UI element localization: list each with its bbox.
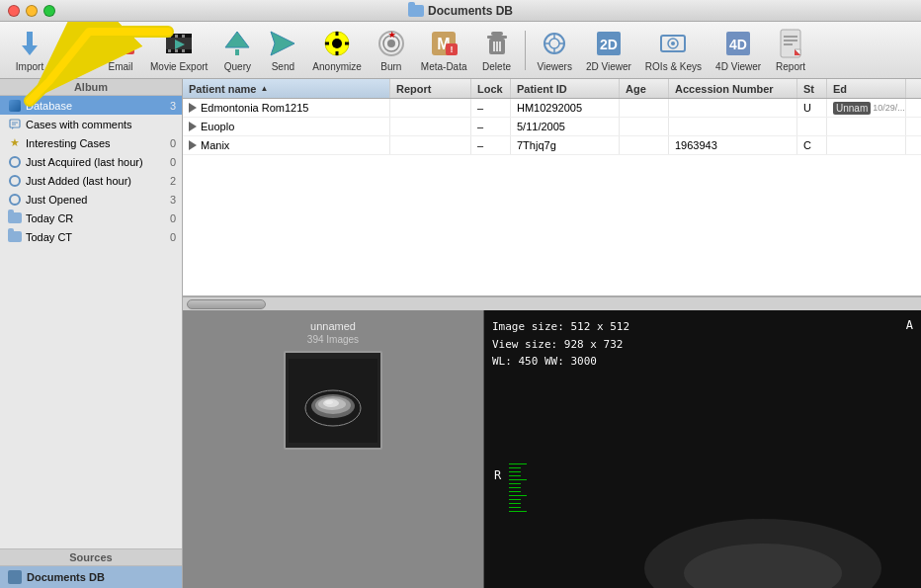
2d-viewer-button[interactable]: 2D 2D Viewer: [580, 24, 637, 76]
cell-patient-id-1: HM10292005: [511, 99, 620, 117]
sidebar-item-cases-with-comments[interactable]: Cases with comments: [0, 115, 182, 133]
album-icon: [59, 28, 91, 59]
col-header-edit[interactable]: Ed: [827, 79, 906, 98]
import-button[interactable]: Import: [8, 24, 51, 76]
svg-marker-20: [271, 32, 294, 55]
marker-r: R: [494, 468, 501, 482]
row-expand-1[interactable]: [189, 103, 197, 113]
svg-rect-11: [168, 35, 171, 38]
svg-rect-3: [66, 38, 84, 49]
query-button[interactable]: Query: [215, 24, 259, 76]
title-bar: Documents DB: [0, 0, 921, 22]
bottom-area: unnamed 394 Images: [183, 310, 921, 588]
send-button[interactable]: Send: [261, 24, 304, 76]
sidebar-item-interesting-cases[interactable]: ★ Interesting Cases 0: [0, 133, 182, 152]
maximize-button[interactable]: [43, 5, 55, 17]
svg-rect-60: [10, 120, 20, 127]
viewers-button[interactable]: Viewers: [532, 24, 578, 76]
cell-report-3: [390, 136, 471, 154]
movie-export-button[interactable]: Movie Export: [144, 24, 213, 76]
clock-icon-3: [8, 193, 22, 207]
sidebar-item-just-opened[interactable]: Just Opened 3: [0, 190, 182, 209]
col-header-patient-id[interactable]: Patient ID: [511, 79, 620, 98]
cell-edit-2: [827, 118, 906, 135]
close-button[interactable]: [8, 5, 20, 17]
col-header-patient-name[interactable]: Patient name ▲: [183, 79, 390, 98]
meta-data-button[interactable]: M ! Meta-Data: [415, 24, 473, 76]
cell-lock-2: –: [471, 118, 511, 135]
star-icon: ★: [8, 136, 22, 150]
burn-button[interactable]: ★ Burn: [370, 24, 413, 76]
svg-marker-1: [22, 45, 38, 55]
meta-data-icon: M !: [428, 28, 460, 59]
sidebar-item-just-added[interactable]: Just Added (last hour) 2: [0, 171, 182, 190]
thumbnail-label: unnamed: [310, 320, 356, 332]
query-icon: [221, 28, 253, 59]
viewer-panel[interactable]: Image size: 512 x 512 View size: 928 x 7…: [484, 310, 921, 588]
scrollbar-thumb[interactable]: [187, 299, 266, 309]
4d-viewer-icon: 4D: [722, 28, 754, 59]
table-row[interactable]: Manix – 7Thjq7g 1963943 C: [183, 136, 921, 155]
anonymize-button[interactable]: Anonymize: [306, 24, 367, 76]
cell-accession-2: [669, 118, 797, 135]
svg-point-51: [671, 42, 675, 45]
col-header-lock[interactable]: Lock: [471, 79, 511, 98]
delete-button[interactable]: Delete: [475, 24, 519, 76]
cell-report-2: [390, 118, 471, 135]
thumbnail-image[interactable]: [284, 351, 382, 450]
import-icon: [14, 28, 45, 59]
rois-keys-button[interactable]: ROIs & Keys: [639, 24, 708, 76]
sidebar-item-database[interactable]: Database 3: [0, 96, 182, 115]
window-controls[interactable]: [8, 5, 55, 17]
horizontal-scrollbar[interactable]: [183, 296, 921, 310]
thumbnail-sublabel: 394 Images: [307, 334, 359, 345]
svg-rect-16: [182, 49, 185, 52]
comment-icon: [8, 118, 22, 131]
svg-rect-35: [491, 32, 503, 36]
movie-icon: [163, 28, 195, 59]
col-header-accession[interactable]: Accession Number: [669, 79, 797, 98]
sidebar-item-today-ct[interactable]: Today CT 0: [0, 227, 182, 246]
sources-header: Sources: [0, 548, 182, 566]
col-header-status[interactable]: St: [797, 79, 827, 98]
marker-a: A: [906, 318, 913, 332]
send-icon: [267, 28, 298, 59]
sort-arrow: ▲: [260, 84, 268, 93]
clock-icon-1: [8, 155, 22, 169]
delete-icon: [481, 28, 513, 59]
rois-icon: [657, 28, 689, 59]
wl-ww-text: WL: 450 WW: 3000: [492, 353, 629, 371]
4d-viewer-button[interactable]: 4D 4D Viewer: [710, 24, 767, 76]
email-button[interactable]: ! Email: [99, 24, 142, 76]
table-row[interactable]: Euoplo – 5/11/2005: [183, 118, 921, 136]
viewer-info: Image size: 512 x 512 View size: 928 x 7…: [492, 318, 629, 371]
sidebar: Album Database 3 Cases with comments: [0, 79, 183, 588]
sidebar-item-just-acquired[interactable]: Just Acquired (last hour) 0: [0, 152, 182, 171]
sidebar-item-today-cr[interactable]: Today CR 0: [0, 209, 182, 227]
row-expand-2[interactable]: [189, 122, 197, 131]
album-button[interactable]: Album: [53, 24, 97, 76]
report-button[interactable]: Report: [769, 24, 812, 76]
col-header-report[interactable]: Report: [390, 79, 471, 98]
cell-edit-3: [827, 136, 906, 154]
cell-patient-name-1: Edmontonia Rom1215: [183, 99, 390, 117]
view-size-text: View size: 928 x 732: [492, 336, 629, 354]
window-title: Documents DB: [408, 4, 513, 18]
documents-db-icon: [8, 570, 22, 584]
table-row[interactable]: Edmontonia Rom1215 – HM10292005 U Unnam …: [183, 99, 921, 118]
content-area: Patient name ▲ Report Lock Patient ID Ag…: [183, 79, 921, 588]
row-expand-3[interactable]: [189, 140, 197, 150]
cell-report-1: [390, 99, 471, 117]
svg-point-42: [549, 39, 559, 48]
svg-rect-14: [168, 49, 171, 52]
email-icon: !: [105, 28, 136, 59]
minimize-button[interactable]: [26, 5, 38, 17]
sidebar-item-documents-db[interactable]: Documents DB: [0, 566, 182, 588]
sidebar-section-header: Album: [0, 79, 182, 96]
col-header-age[interactable]: Age: [620, 79, 669, 98]
svg-rect-4: [63, 34, 73, 38]
cell-age-3: [620, 136, 669, 154]
svg-rect-19: [235, 49, 239, 55]
anonymize-icon: [321, 28, 353, 59]
svg-point-22: [332, 39, 342, 48]
